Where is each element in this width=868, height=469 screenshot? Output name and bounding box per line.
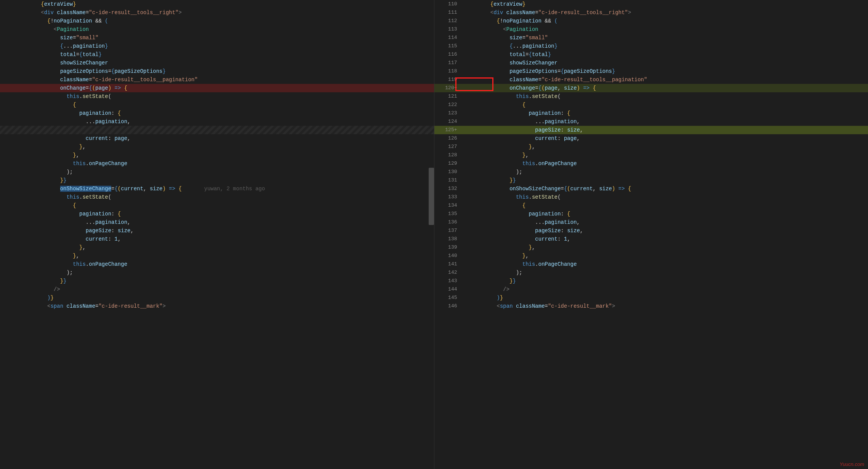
line-number[interactable]: 118 [434, 67, 465, 75]
code-line[interactable]: 126 current: page, [434, 134, 868, 143]
code-content[interactable]: onShowSizeChange={(current, size) => { y… [15, 185, 434, 193]
code-line[interactable]: className="c-ide-result__tools__paginati… [0, 75, 434, 84]
code-content[interactable]: <Pagination [15, 25, 434, 34]
code-content[interactable]: pageSize: size, [465, 226, 868, 235]
code-line[interactable]: 135 pagination: { [434, 210, 868, 218]
code-line[interactable]: 124 ...pagination, [434, 117, 868, 126]
line-number[interactable]: 135 [434, 210, 465, 218]
code-content[interactable]: /> [465, 285, 868, 294]
line-number[interactable]: 132 [434, 185, 465, 193]
line-number[interactable]: 111 [434, 8, 465, 17]
code-content[interactable]: <span className="c-ide-result__mark"> [465, 302, 868, 310]
code-content[interactable]: ); [15, 168, 434, 176]
code-line[interactable]: 116 total={total} [434, 50, 868, 59]
code-line[interactable]: ...pagination, [0, 218, 434, 226]
code-content[interactable]: /> [15, 285, 434, 294]
code-content[interactable]: ...pagination, [465, 117, 868, 126]
code-line[interactable]: total={total} [0, 50, 434, 59]
code-line[interactable]: 138 current: 1, [434, 235, 868, 243]
code-line[interactable]: 133 this.setState( [434, 193, 868, 201]
code-content[interactable]: {extraView} [15, 0, 434, 8]
code-line[interactable]: 142 ); [434, 268, 868, 277]
code-line[interactable]: 120+ onChange={(page, size) => { [434, 84, 868, 92]
line-number[interactable]: 133 [434, 193, 465, 201]
line-number[interactable]: 138 [434, 235, 465, 243]
code-content[interactable]: pagination: { [15, 210, 434, 218]
code-content[interactable]: size="small" [15, 34, 434, 42]
line-number[interactable]: 127 [434, 143, 465, 151]
code-content[interactable]: pageSize: size, [15, 226, 434, 235]
code-content[interactable]: onChange={(page) => { [15, 84, 434, 92]
code-content[interactable]: { [15, 201, 434, 210]
code-line[interactable]: 130 ); [434, 168, 868, 176]
line-number[interactable]: 142 [434, 268, 465, 277]
code-content[interactable]: total={total} [465, 50, 868, 59]
code-line[interactable]: /> [0, 285, 434, 294]
code-content[interactable]: pagination: { [465, 210, 868, 218]
code-content[interactable]: current: page, [465, 134, 868, 143]
line-number[interactable]: 121 [434, 92, 465, 101]
code-line[interactable]: 128 }, [434, 151, 868, 159]
line-number[interactable]: 116 [434, 50, 465, 59]
code-content[interactable]: }} [465, 176, 868, 185]
code-content[interactable]: }, [465, 243, 868, 252]
code-content[interactable]: <Pagination [465, 25, 868, 34]
code-line[interactable]: 122 { [434, 101, 868, 109]
code-content[interactable]: )} [15, 294, 434, 302]
code-line[interactable]: this.onPageChange [0, 260, 434, 268]
code-line[interactable]: <Pagination [0, 25, 434, 34]
code-content[interactable]: ...pagination, [15, 218, 434, 226]
code-content[interactable]: { [15, 101, 434, 109]
code-line[interactable]: current: 1, [0, 235, 434, 243]
line-number[interactable]: 122 [434, 101, 465, 109]
code-line[interactable]: pageSize: size, [0, 226, 434, 235]
code-line[interactable]: 118 pageSizeOptions={pageSizeOptions} [434, 67, 868, 75]
code-content[interactable]: }, [15, 252, 434, 260]
code-content[interactable]: className="c-ide-result__tools__paginati… [15, 75, 434, 84]
code-content[interactable]: <span className="c-ide-result__mark"> [15, 302, 434, 310]
code-content[interactable]: }, [465, 252, 868, 260]
code-content[interactable]: pagination: { [15, 109, 434, 117]
line-number[interactable]: 130 [434, 168, 465, 176]
code-content[interactable]: this.onPageChange [465, 159, 868, 168]
code-line[interactable]: 140 }, [434, 252, 868, 260]
code-content[interactable]: this.onPageChange [15, 159, 434, 168]
code-content[interactable]: }} [465, 277, 868, 285]
code-content[interactable]: }} [15, 176, 434, 185]
code-content[interactable]: ); [465, 168, 868, 176]
code-content[interactable]: onShowSizeChange={(current, size) => { [465, 185, 868, 193]
code-line[interactable]: 121 this.setState( [434, 92, 868, 101]
code-line[interactable]: {!noPagination && ( [0, 17, 434, 25]
code-line[interactable]: 115 {...pagination} [434, 42, 868, 50]
left-code-area[interactable]: {extraView} <div className="c-ide-result… [0, 0, 434, 310]
code-content[interactable]: {...pagination} [465, 42, 868, 50]
code-content[interactable]: current: 1, [465, 235, 868, 243]
code-line[interactable] [0, 126, 434, 134]
code-line[interactable]: 113 <Pagination [434, 25, 868, 34]
line-number[interactable]: 136 [434, 218, 465, 226]
code-content[interactable]: {...pagination} [15, 42, 434, 50]
right-code-area[interactable]: 110 {extraView}111 <div className="c-ide… [434, 0, 868, 310]
code-content[interactable]: )} [465, 294, 868, 302]
code-line[interactable]: this.setState( [0, 92, 434, 101]
code-content[interactable]: {extraView} [465, 0, 868, 8]
line-number[interactable]: 110 [434, 0, 465, 8]
code-content[interactable]: showSizeChanger [465, 59, 868, 67]
code-content[interactable]: pageSizeOptions={pageSizeOptions} [15, 67, 434, 75]
code-line[interactable]: 136 ...pagination, [434, 218, 868, 226]
code-line[interactable]: 125+ pageSize: size, [434, 126, 868, 134]
code-line[interactable]: { [0, 201, 434, 210]
code-content[interactable]: onChange={(page, size) => { [465, 84, 868, 92]
code-line[interactable]: ); [0, 168, 434, 176]
line-number[interactable]: 114 [434, 34, 465, 42]
code-line[interactable]: }, [0, 143, 434, 151]
code-content[interactable]: }, [15, 243, 434, 252]
diff-right-pane[interactable]: 110 {extraView}111 <div className="c-ide… [434, 0, 868, 469]
line-number[interactable]: 119 [434, 75, 465, 84]
code-content[interactable]: ...pagination, [15, 117, 434, 126]
line-number[interactable]: 146 [434, 302, 465, 310]
line-number[interactable]: 144 [434, 285, 465, 294]
code-line[interactable]: 123 pagination: { [434, 109, 868, 117]
code-line[interactable]: 146 <span className="c-ide-result__mark"… [434, 302, 868, 310]
code-line[interactable]: }, [0, 243, 434, 252]
